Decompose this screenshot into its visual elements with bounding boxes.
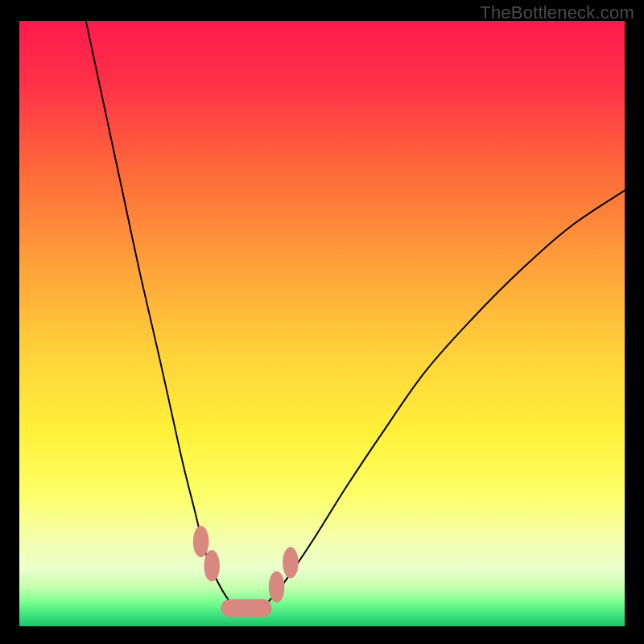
plot-area	[19, 21, 625, 626]
watermark-label: TheBottleneck.com	[480, 2, 634, 23]
curve-right-branch	[262, 191, 625, 609]
chart-frame: TheBottleneck.com	[0, 0, 644, 644]
curve-left-branch	[86, 21, 234, 608]
curves-layer	[19, 21, 625, 626]
